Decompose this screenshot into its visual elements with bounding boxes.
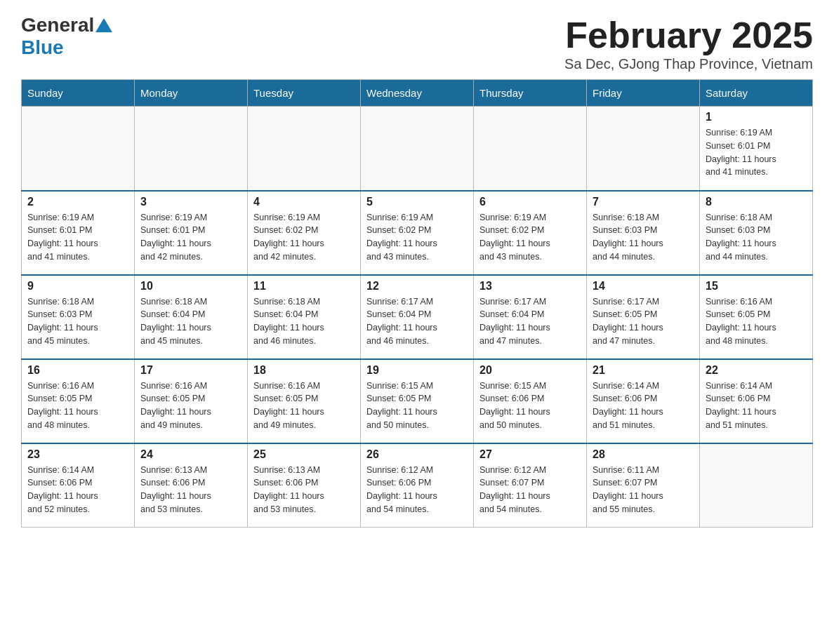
logo-blue-text: Blue bbox=[21, 36, 64, 58]
logo: General Blue bbox=[21, 14, 114, 59]
calendar-day-cell: 21Sunrise: 6:14 AMSunset: 6:06 PMDayligh… bbox=[587, 359, 700, 443]
day-number: 26 bbox=[366, 448, 468, 461]
day-number: 10 bbox=[140, 280, 241, 293]
day-info: Sunrise: 6:14 AMSunset: 6:06 PMDaylight:… bbox=[593, 380, 694, 432]
day-number: 16 bbox=[27, 364, 128, 377]
calendar-day-cell: 11Sunrise: 6:18 AMSunset: 6:04 PMDayligh… bbox=[248, 275, 361, 359]
day-number: 17 bbox=[140, 364, 241, 377]
calendar-week-row: 9Sunrise: 6:18 AMSunset: 6:03 PMDaylight… bbox=[22, 275, 813, 359]
calendar-title: February 2025 bbox=[564, 14, 813, 56]
day-number: 24 bbox=[140, 448, 241, 461]
calendar-week-row: 16Sunrise: 6:16 AMSunset: 6:05 PMDayligh… bbox=[22, 359, 813, 443]
day-number: 28 bbox=[593, 448, 694, 461]
calendar-day-cell: 24Sunrise: 6:13 AMSunset: 6:06 PMDayligh… bbox=[135, 443, 248, 528]
day-number: 23 bbox=[27, 448, 128, 461]
calendar-day-cell: 13Sunrise: 6:17 AMSunset: 6:04 PMDayligh… bbox=[474, 275, 587, 359]
day-number: 13 bbox=[479, 280, 581, 293]
calendar-day-cell bbox=[248, 107, 361, 191]
day-info: Sunrise: 6:18 AMSunset: 6:04 PMDaylight:… bbox=[253, 295, 355, 348]
calendar-day-cell: 9Sunrise: 6:18 AMSunset: 6:03 PMDaylight… bbox=[22, 275, 135, 359]
calendar-day-cell bbox=[474, 107, 587, 191]
calendar-day-cell: 8Sunrise: 6:18 AMSunset: 6:03 PMDaylight… bbox=[700, 191, 813, 275]
day-info: Sunrise: 6:17 AMSunset: 6:04 PMDaylight:… bbox=[366, 295, 468, 348]
day-of-week-friday: Friday bbox=[587, 80, 700, 107]
day-number: 4 bbox=[253, 196, 355, 208]
day-info: Sunrise: 6:14 AMSunset: 6:06 PMDaylight:… bbox=[706, 380, 807, 432]
day-number: 9 bbox=[27, 280, 128, 293]
day-number: 22 bbox=[706, 364, 807, 377]
day-number: 3 bbox=[140, 196, 241, 208]
day-info: Sunrise: 6:18 AMSunset: 6:03 PMDaylight:… bbox=[593, 211, 694, 264]
day-info: Sunrise: 6:16 AMSunset: 6:05 PMDaylight:… bbox=[27, 380, 128, 432]
calendar-day-cell: 14Sunrise: 6:17 AMSunset: 6:05 PMDayligh… bbox=[587, 275, 700, 359]
day-info: Sunrise: 6:15 AMSunset: 6:05 PMDaylight:… bbox=[366, 380, 468, 432]
day-of-week-tuesday: Tuesday bbox=[248, 80, 361, 107]
day-number: 19 bbox=[366, 364, 468, 377]
calendar-day-cell: 28Sunrise: 6:11 AMSunset: 6:07 PMDayligh… bbox=[587, 443, 700, 528]
calendar-day-cell: 23Sunrise: 6:14 AMSunset: 6:06 PMDayligh… bbox=[22, 443, 135, 528]
day-info: Sunrise: 6:18 AMSunset: 6:03 PMDaylight:… bbox=[27, 295, 128, 348]
calendar-day-cell: 15Sunrise: 6:16 AMSunset: 6:05 PMDayligh… bbox=[700, 275, 813, 359]
logo-general-text: General bbox=[21, 14, 94, 36]
day-of-week-thursday: Thursday bbox=[474, 80, 587, 107]
day-info: Sunrise: 6:13 AMSunset: 6:06 PMDaylight:… bbox=[253, 464, 355, 516]
calendar-day-cell bbox=[587, 107, 700, 191]
calendar-day-cell: 27Sunrise: 6:12 AMSunset: 6:07 PMDayligh… bbox=[474, 443, 587, 528]
calendar-day-cell: 6Sunrise: 6:19 AMSunset: 6:02 PMDaylight… bbox=[474, 191, 587, 275]
day-info: Sunrise: 6:12 AMSunset: 6:06 PMDaylight:… bbox=[366, 464, 468, 516]
day-of-week-sunday: Sunday bbox=[22, 80, 135, 107]
day-of-week-saturday: Saturday bbox=[700, 80, 813, 107]
day-info: Sunrise: 6:19 AMSunset: 6:01 PMDaylight:… bbox=[140, 211, 241, 264]
calendar-day-cell: 26Sunrise: 6:12 AMSunset: 6:06 PMDayligh… bbox=[361, 443, 474, 528]
calendar-table: SundayMondayTuesdayWednesdayThursdayFrid… bbox=[21, 79, 813, 528]
day-info: Sunrise: 6:16 AMSunset: 6:05 PMDaylight:… bbox=[253, 380, 355, 432]
calendar-week-row: 2Sunrise: 6:19 AMSunset: 6:01 PMDaylight… bbox=[22, 191, 813, 275]
calendar-day-cell: 2Sunrise: 6:19 AMSunset: 6:01 PMDaylight… bbox=[22, 191, 135, 275]
day-of-week-wednesday: Wednesday bbox=[361, 80, 474, 107]
calendar-day-cell: 17Sunrise: 6:16 AMSunset: 6:05 PMDayligh… bbox=[135, 359, 248, 443]
logo-triangle-icon bbox=[95, 18, 112, 32]
day-number: 20 bbox=[479, 364, 581, 377]
day-info: Sunrise: 6:11 AMSunset: 6:07 PMDaylight:… bbox=[593, 464, 694, 516]
title-block: February 2025 Sa Dec, GJong Thap Provinc… bbox=[564, 14, 813, 72]
day-number: 7 bbox=[593, 196, 694, 208]
page-header: General Blue February 2025 Sa Dec, GJong… bbox=[21, 14, 813, 72]
day-number: 15 bbox=[706, 280, 807, 293]
day-info: Sunrise: 6:15 AMSunset: 6:06 PMDaylight:… bbox=[479, 380, 581, 432]
calendar-day-cell: 22Sunrise: 6:14 AMSunset: 6:06 PMDayligh… bbox=[700, 359, 813, 443]
calendar-day-cell: 12Sunrise: 6:17 AMSunset: 6:04 PMDayligh… bbox=[361, 275, 474, 359]
calendar-day-cell: 5Sunrise: 6:19 AMSunset: 6:02 PMDaylight… bbox=[361, 191, 474, 275]
day-number: 21 bbox=[593, 364, 694, 377]
day-number: 6 bbox=[479, 196, 581, 208]
calendar-day-cell: 25Sunrise: 6:13 AMSunset: 6:06 PMDayligh… bbox=[248, 443, 361, 528]
calendar-day-cell bbox=[22, 107, 135, 191]
calendar-week-row: 23Sunrise: 6:14 AMSunset: 6:06 PMDayligh… bbox=[22, 443, 813, 528]
day-info: Sunrise: 6:13 AMSunset: 6:06 PMDaylight:… bbox=[140, 464, 241, 516]
day-info: Sunrise: 6:16 AMSunset: 6:05 PMDaylight:… bbox=[140, 380, 241, 432]
day-number: 27 bbox=[479, 448, 581, 461]
calendar-day-cell: 20Sunrise: 6:15 AMSunset: 6:06 PMDayligh… bbox=[474, 359, 587, 443]
calendar-subtitle: Sa Dec, GJong Thap Province, Vietnam bbox=[564, 56, 813, 72]
day-number: 14 bbox=[593, 280, 694, 293]
calendar-day-cell: 1Sunrise: 6:19 AMSunset: 6:01 PMDaylight… bbox=[700, 107, 813, 191]
day-number: 25 bbox=[253, 448, 355, 461]
calendar-day-cell: 10Sunrise: 6:18 AMSunset: 6:04 PMDayligh… bbox=[135, 275, 248, 359]
calendar-day-cell bbox=[700, 443, 813, 528]
day-number: 18 bbox=[253, 364, 355, 377]
day-info: Sunrise: 6:19 AMSunset: 6:02 PMDaylight:… bbox=[479, 211, 581, 264]
day-info: Sunrise: 6:12 AMSunset: 6:07 PMDaylight:… bbox=[479, 464, 581, 516]
calendar-week-row: 1Sunrise: 6:19 AMSunset: 6:01 PMDaylight… bbox=[22, 107, 813, 191]
day-info: Sunrise: 6:19 AMSunset: 6:02 PMDaylight:… bbox=[253, 211, 355, 264]
calendar-day-cell bbox=[361, 107, 474, 191]
calendar-day-cell: 7Sunrise: 6:18 AMSunset: 6:03 PMDaylight… bbox=[587, 191, 700, 275]
day-info: Sunrise: 6:14 AMSunset: 6:06 PMDaylight:… bbox=[27, 464, 128, 516]
calendar-day-cell: 19Sunrise: 6:15 AMSunset: 6:05 PMDayligh… bbox=[361, 359, 474, 443]
calendar-day-cell: 4Sunrise: 6:19 AMSunset: 6:02 PMDaylight… bbox=[248, 191, 361, 275]
day-info: Sunrise: 6:19 AMSunset: 6:02 PMDaylight:… bbox=[366, 211, 468, 264]
calendar-day-cell bbox=[135, 107, 248, 191]
day-number: 12 bbox=[366, 280, 468, 293]
calendar-header-row: SundayMondayTuesdayWednesdayThursdayFrid… bbox=[22, 80, 813, 107]
calendar-day-cell: 16Sunrise: 6:16 AMSunset: 6:05 PMDayligh… bbox=[22, 359, 135, 443]
calendar-day-cell: 18Sunrise: 6:16 AMSunset: 6:05 PMDayligh… bbox=[248, 359, 361, 443]
day-info: Sunrise: 6:17 AMSunset: 6:04 PMDaylight:… bbox=[479, 295, 581, 348]
